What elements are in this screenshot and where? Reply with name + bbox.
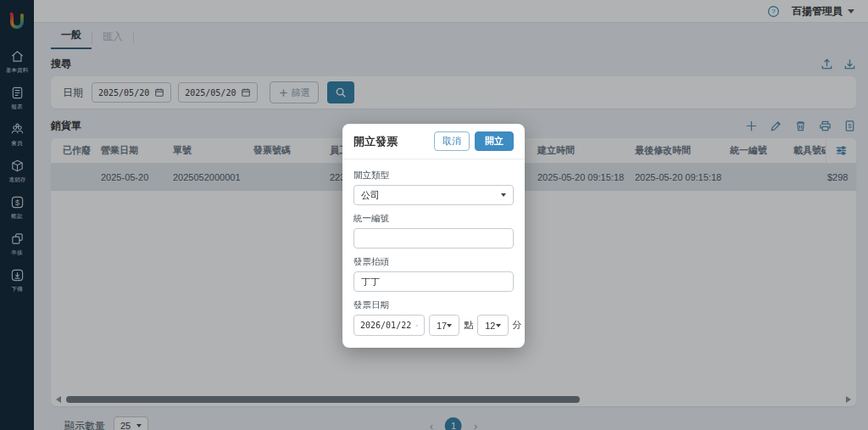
hour-select[interactable]: 17 [429,315,459,336]
hour-unit-label: 點 [464,319,473,332]
invoice-date-input[interactable]: 2026/01/22 [353,315,425,336]
chevron-down-icon [501,193,506,197]
invoice-title-label: 發票抬頭 [353,256,514,268]
minute-unit-label: 分 [513,319,522,332]
tax-id-label: 統一編號 [353,213,514,225]
calendar-icon [416,321,418,331]
cancel-button[interactable]: 取消 [434,131,470,151]
dialog-title: 開立發票 [353,134,398,149]
issue-type-select[interactable]: 公司 [353,185,514,205]
invoice-date-label: 發票日期 [353,299,514,311]
issue-type-label: 開立類型 [353,170,514,181]
minute-select[interactable]: 12 [477,315,508,336]
tax-id-input[interactable] [353,228,514,249]
invoice-title-input[interactable] [353,271,514,292]
issue-invoice-dialog: 開立發票 取消 開立 開立類型 公司 統一編號 發票抬頭 發票日期 2026/0… [342,124,525,348]
chevron-down-icon [447,324,452,327]
chevron-down-icon [496,324,501,327]
issue-button[interactable]: 開立 [475,131,514,151]
